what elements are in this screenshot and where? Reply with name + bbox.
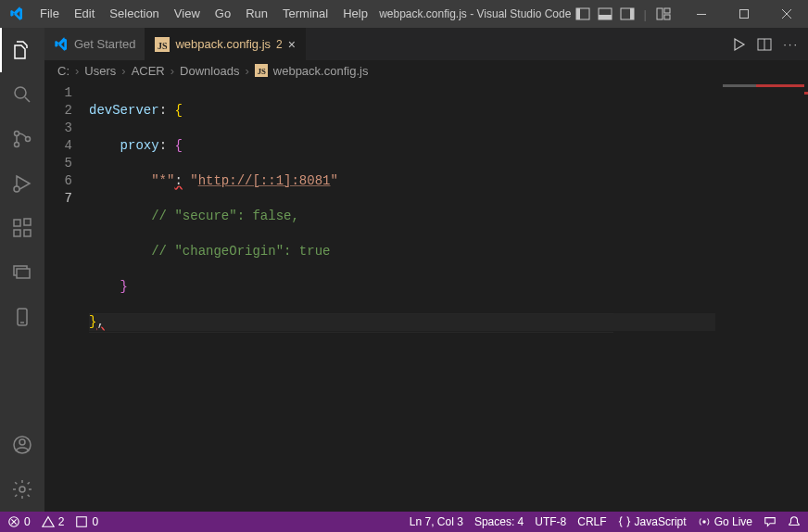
status-eol[interactable]: CRLF [577,515,606,528]
svg-point-14 [26,137,31,142]
status-warnings[interactable]: 2 [42,515,65,528]
vscode-icon [54,37,69,52]
svg-rect-16 [14,220,20,226]
toggle-sidebar-right-icon[interactable] [620,6,635,21]
main-menu: File Edit Selection View Go Run Terminal… [32,0,375,28]
search-tab[interactable] [0,72,44,117]
accounts-tab[interactable] [0,423,44,467]
svg-rect-17 [14,230,20,236]
layout-controls: | [575,6,680,21]
settings-tab[interactable] [0,467,44,512]
svg-rect-3 [599,15,612,19]
window-controls [680,0,808,28]
tab-label: webpack.config.js [175,37,271,51]
menu-run[interactable]: Run [238,0,275,28]
docker-tab[interactable] [0,250,44,295]
status-selections[interactable]: 0 [75,515,98,528]
svg-text:JS: JS [257,67,265,76]
svg-text:JS: JS [158,41,168,51]
status-indent[interactable]: Spaces: 4 [474,515,524,528]
breadcrumb-segment[interactable]: webpack.config.js [273,64,369,78]
breadcrumb-segment[interactable]: Downloads [180,64,239,78]
status-bell[interactable] [788,515,801,528]
svg-rect-1 [576,8,580,19]
feedback-icon [764,515,776,528]
activity-bar [0,28,44,512]
explorer-tab[interactable] [0,28,44,72]
svg-rect-6 [657,8,663,19]
menu-help[interactable]: Help [335,0,375,28]
svg-point-26 [19,487,25,492]
svg-rect-21 [17,269,30,278]
tab-label: Get Started [74,37,135,51]
status-cursor-pos[interactable]: Ln 7, Col 3 [410,515,463,528]
menu-selection[interactable]: Selection [102,0,166,28]
svg-rect-5 [630,8,634,19]
tab-get-started[interactable]: Get Started [44,28,145,60]
split-editor-icon[interactable] [757,37,772,52]
bell-icon [788,515,801,528]
close-button[interactable] [765,0,808,28]
run-icon[interactable] [731,37,746,52]
code-content[interactable]: devServer: { proxy: { "*": "http://[::1]… [89,81,715,512]
status-bar: 0 2 0 Ln 7, Col 3 Spaces: 4 UTF-8 CRLF J… [0,512,808,532]
status-feedback[interactable] [764,515,776,528]
braces-icon [618,515,631,528]
svg-rect-19 [24,219,31,225]
more-actions-icon[interactable]: ··· [783,37,799,51]
breadcrumb-segment[interactable]: C: [57,64,69,78]
title-bar: File Edit Selection View Go Run Terminal… [0,0,808,28]
svg-point-11 [15,87,26,98]
warning-icon [42,515,55,528]
menu-edit[interactable]: Edit [67,0,102,28]
svg-rect-10 [740,10,749,19]
line-gutter: 1 2 3 4 5 6 7 [44,81,89,512]
close-icon[interactable]: × [288,38,296,51]
editor-area: Get Started JS webpack.config.js 2 × ···… [44,28,808,512]
toggle-panel-icon[interactable] [598,6,612,21]
minimize-button[interactable] [680,0,723,28]
editor-actions: ··· [722,28,808,60]
menu-view[interactable]: View [167,0,208,28]
selection-icon [75,515,88,528]
svg-point-13 [15,143,19,147]
javascript-icon: JS [155,37,170,52]
status-encoding[interactable]: UTF-8 [535,515,566,528]
maximize-button[interactable] [723,0,765,28]
minimap[interactable] [715,81,808,512]
menu-go[interactable]: Go [208,0,238,28]
svg-point-25 [19,439,25,445]
source-control-tab[interactable] [0,117,44,161]
svg-rect-9 [697,14,706,15]
svg-rect-7 [664,8,670,13]
error-icon [7,515,20,528]
mobile-tab[interactable] [0,295,44,339]
vscode-logo-icon [0,6,32,21]
window-title: webpack.config.js - Visual Studio Code [375,7,575,20]
svg-rect-18 [24,230,31,236]
customize-layout-icon[interactable] [656,6,671,21]
broadcast-icon [698,515,711,528]
svg-rect-8 [664,15,670,19]
tab-webpack-config[interactable]: JS webpack.config.js 2 × [145,28,306,60]
javascript-icon: JS [255,64,268,77]
svg-point-35 [702,520,706,524]
menu-terminal[interactable]: Terminal [275,0,335,28]
status-errors[interactable]: 0 [7,515,31,528]
breadcrumbs[interactable]: C:› Users› ACER› Downloads› JS webpack.c… [44,60,808,81]
breadcrumb-segment[interactable]: ACER [132,64,165,78]
toggle-sidebar-left-icon[interactable] [575,6,590,21]
extensions-tab[interactable] [0,206,44,250]
run-debug-tab[interactable] [0,161,44,206]
code-editor[interactable]: 1 2 3 4 5 6 7 devServer: { proxy: { "*":… [44,81,808,512]
editor-tabs: Get Started JS webpack.config.js 2 × ··· [44,28,808,60]
svg-point-15 [14,186,19,192]
status-go-live[interactable]: Go Live [698,515,752,528]
tab-modified-badge: 2 [276,38,283,51]
status-language[interactable]: JavaScript [618,515,687,528]
svg-rect-34 [77,517,87,527]
menu-file[interactable]: File [32,0,67,28]
svg-point-12 [15,132,19,136]
breadcrumb-segment[interactable]: Users [84,64,116,78]
